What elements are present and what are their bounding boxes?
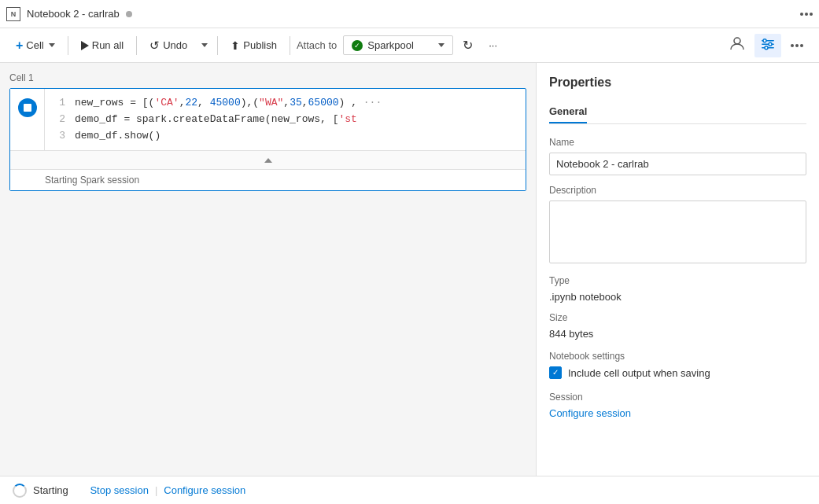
notebook-settings-label: Notebook settings — [549, 351, 806, 362]
properties-tab-bar: General — [549, 101, 806, 124]
title-bar-more-button[interactable] — [800, 13, 813, 16]
cell-label: Cell — [26, 39, 43, 51]
description-label: Description — [549, 185, 806, 196]
sparkpool-status-icon: ✓ — [352, 40, 363, 51]
undo-chevron-icon — [201, 43, 208, 47]
publish-label: Publish — [243, 39, 277, 51]
cell-stop-button[interactable] — [10, 89, 45, 150]
svg-point-6 — [765, 46, 768, 49]
publish-icon: ⬆ — [231, 39, 240, 52]
toolbar-three-dots-icon — [791, 44, 803, 47]
undo-label: Undo — [163, 39, 187, 51]
status-separator — [78, 484, 81, 496]
sparkpool-chevron-icon — [438, 43, 445, 47]
name-label: Name — [549, 137, 806, 148]
publish-button[interactable]: ⬆ Publish — [224, 36, 283, 55]
cell-label: Cell 1 — [9, 72, 526, 83]
include-output-checkbox[interactable]: ✓ — [549, 366, 562, 379]
name-input[interactable] — [549, 153, 806, 175]
tab-general[interactable]: General — [549, 101, 587, 123]
code-line-1: 1 new_rows = [('CA',22, 45000),("WA",35,… — [53, 95, 518, 112]
checkbox-row: ✓ Include cell output when saving — [549, 366, 806, 379]
refresh-icon: ↻ — [463, 39, 473, 52]
properties-panel: Properties General Name Description Type… — [536, 63, 819, 476]
code-line-2: 2 demo_df = spark.createDataFrame(new_ro… — [53, 112, 518, 128]
undo-button[interactable]: ↺ Undo — [143, 35, 194, 56]
stop-session-link[interactable]: Stop session — [90, 484, 148, 496]
cell-chevron-icon — [49, 43, 55, 47]
checkbox-check-icon: ✓ — [552, 369, 559, 377]
run-icon — [81, 41, 89, 50]
run-all-button[interactable]: Run all — [75, 36, 130, 54]
status-pipe: | — [155, 484, 157, 496]
divider-1 — [68, 36, 68, 55]
sparkpool-button[interactable]: ✓ Sparkpool — [343, 35, 453, 55]
unsaved-dot — [126, 11, 132, 17]
description-textarea[interactable] — [549, 200, 806, 263]
divider-3 — [217, 36, 218, 55]
cell-code[interactable]: 1 new_rows = [('CA',22, 45000),("WA",35,… — [45, 89, 526, 150]
cell-collapse-button[interactable] — [10, 150, 526, 169]
settings-button[interactable] — [754, 34, 781, 57]
type-label: Type — [549, 275, 806, 286]
svg-point-4 — [763, 39, 766, 42]
chevron-up-icon — [264, 158, 272, 163]
check-icon: ✓ — [354, 42, 360, 50]
refresh-button[interactable]: ↻ — [456, 35, 479, 56]
divider-4 — [290, 36, 290, 55]
more-toolbar-button[interactable] — [784, 41, 810, 50]
toolbar-right — [723, 33, 810, 57]
settings-icon — [761, 37, 775, 51]
plus-icon: + — [16, 39, 23, 53]
cell-header: 1 new_rows = [('CA',22, 45000),("WA",35,… — [10, 89, 526, 150]
size-label: Size — [549, 312, 806, 323]
checkbox-label: Include cell output when saving — [568, 367, 710, 379]
person-icon — [729, 36, 745, 52]
undo-chevron-button[interactable] — [197, 40, 211, 50]
more-options-button[interactable]: ··· — [482, 36, 504, 54]
attach-to-label: Attach to — [297, 39, 337, 51]
cell-status: Starting Spark session — [10, 169, 526, 190]
spinner-icon — [13, 484, 27, 498]
code-line-3: 3 demo_df.show() — [53, 128, 518, 145]
size-value: 844 bytes — [549, 328, 806, 340]
type-value: .ipynb notebook — [549, 291, 806, 303]
stop-square-icon — [24, 104, 31, 112]
cell-container: 1 new_rows = [('CA',22, 45000),("WA",35,… — [9, 88, 526, 191]
svg-point-5 — [769, 42, 772, 46]
title-bar: N Notebook 2 - carlrab — [0, 0, 819, 28]
divider-2 — [136, 36, 137, 55]
properties-title: Properties — [549, 75, 806, 90]
cell-button[interactable]: + Cell — [9, 35, 61, 56]
person-icon-button[interactable] — [723, 33, 751, 57]
stop-circle-icon — [18, 98, 37, 117]
more-options-icon: ··· — [489, 39, 497, 51]
status-starting-text: Starting — [33, 484, 68, 496]
configure-session-status-link[interactable]: Configure session — [164, 484, 245, 496]
sparkpool-label: Sparkpool — [367, 39, 414, 51]
main-content: Cell 1 1 new_rows = [('CA',22, 45000),("… — [0, 63, 819, 476]
notebook-area: Cell 1 1 new_rows = [('CA',22, 45000),("… — [0, 63, 536, 476]
title-bar-text: Notebook 2 - carlrab — [27, 8, 120, 20]
configure-session-link[interactable]: Configure session — [549, 407, 631, 419]
status-bar: Starting Stop session | Configure sessio… — [0, 476, 819, 504]
run-all-label: Run all — [92, 39, 124, 51]
three-dots-icon — [800, 13, 813, 16]
session-label: Session — [549, 392, 806, 403]
toolbar: + Cell Run all ↺ Undo ⬆ Publish Attach t… — [0, 28, 819, 63]
undo-icon: ↺ — [149, 39, 160, 53]
notebook-icon: N — [6, 7, 20, 21]
svg-point-0 — [734, 38, 740, 44]
